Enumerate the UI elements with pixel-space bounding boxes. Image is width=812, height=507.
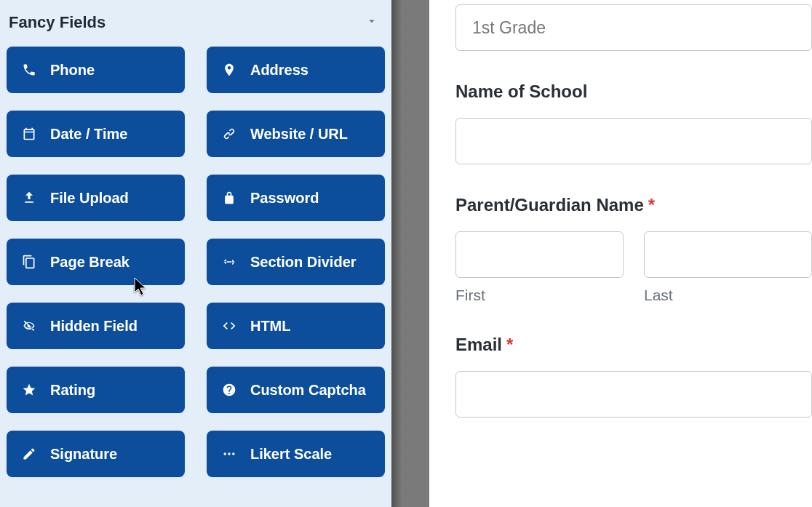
map-pin-icon	[221, 62, 237, 78]
calendar-icon	[21, 126, 37, 142]
field-file-upload[interactable]: File Upload	[7, 175, 185, 221]
field-phone[interactable]: Phone	[7, 47, 185, 93]
field-address[interactable]: Address	[207, 47, 385, 93]
field-rating[interactable]: Rating	[7, 367, 185, 413]
field-label: Hidden Field	[50, 318, 138, 335]
field-hidden-field[interactable]: Hidden Field	[7, 303, 185, 349]
last-name-input[interactable]	[644, 231, 812, 278]
fancy-fields-header[interactable]: Fancy Fields	[6, 9, 386, 47]
parent-name-field: Parent/Guardian Name* First Last	[455, 195, 812, 304]
email-field: Email*	[455, 335, 812, 418]
field-signature[interactable]: Signature	[7, 431, 185, 477]
dots-icon	[221, 446, 237, 462]
star-icon	[21, 382, 37, 398]
field-label: Likert Scale	[250, 446, 332, 463]
upload-icon	[21, 190, 37, 206]
code-icon	[221, 318, 237, 334]
svg-point-1	[228, 452, 230, 455]
required-mark: *	[648, 195, 655, 215]
required-mark: *	[506, 335, 513, 354]
link-icon	[221, 126, 237, 142]
field-label: Phone	[50, 62, 95, 79]
phone-icon	[21, 62, 37, 78]
fields-sidebar: Fancy Fields Phone Address Date / Time W…	[0, 0, 391, 507]
field-likert-scale[interactable]: Likert Scale	[207, 431, 385, 477]
panel-divider	[391, 0, 429, 507]
field-website-url[interactable]: Website / URL	[207, 111, 385, 157]
help-icon	[221, 382, 237, 398]
field-label: Website / URL	[250, 126, 348, 143]
field-label: Page Break	[50, 254, 130, 271]
parent-name-label: Parent/Guardian Name*	[455, 195, 812, 215]
fields-grid: Phone Address Date / Time Website / URL …	[6, 47, 386, 477]
first-name-input[interactable]	[455, 231, 624, 278]
grade-selected-value: 1st Grade	[472, 18, 546, 38]
field-label: Rating	[50, 382, 95, 399]
school-label: Name of School	[455, 81, 812, 102]
school-field: Name of School	[455, 81, 812, 164]
eye-slash-icon	[21, 318, 37, 334]
field-label: File Upload	[50, 190, 129, 207]
field-label: Section Divider	[250, 254, 357, 271]
field-date-time[interactable]: Date / Time	[7, 111, 185, 157]
copy-icon	[21, 254, 37, 270]
pencil-icon	[21, 446, 37, 462]
field-label: HTML	[250, 318, 291, 335]
last-sublabel: Last	[644, 287, 812, 304]
field-custom-captcha[interactable]: Custom Captcha	[207, 367, 385, 413]
first-sublabel: First	[455, 287, 624, 304]
lock-icon	[221, 190, 237, 206]
field-label: Date / Time	[50, 126, 127, 143]
field-label: Signature	[50, 446, 117, 463]
grade-dropdown[interactable]: 1st Grade	[455, 4, 812, 51]
field-password[interactable]: Password	[207, 175, 385, 221]
field-html[interactable]: HTML	[207, 303, 385, 349]
arrows-h-icon	[221, 254, 237, 270]
school-input[interactable]	[455, 118, 812, 164]
email-label: Email*	[455, 335, 812, 355]
field-section-divider[interactable]: Section Divider	[207, 239, 385, 285]
svg-point-2	[232, 452, 234, 455]
email-input[interactable]	[455, 371, 812, 418]
section-title: Fancy Fields	[9, 13, 106, 32]
chevron-down-icon	[365, 15, 378, 31]
field-page-break[interactable]: Page Break	[7, 239, 185, 285]
field-label: Custom Captcha	[250, 382, 366, 399]
form-preview: 1st Grade Name of School Parent/Guardian…	[429, 0, 812, 507]
svg-point-0	[223, 452, 226, 455]
field-label: Address	[250, 62, 309, 79]
field-label: Password	[250, 190, 319, 207]
